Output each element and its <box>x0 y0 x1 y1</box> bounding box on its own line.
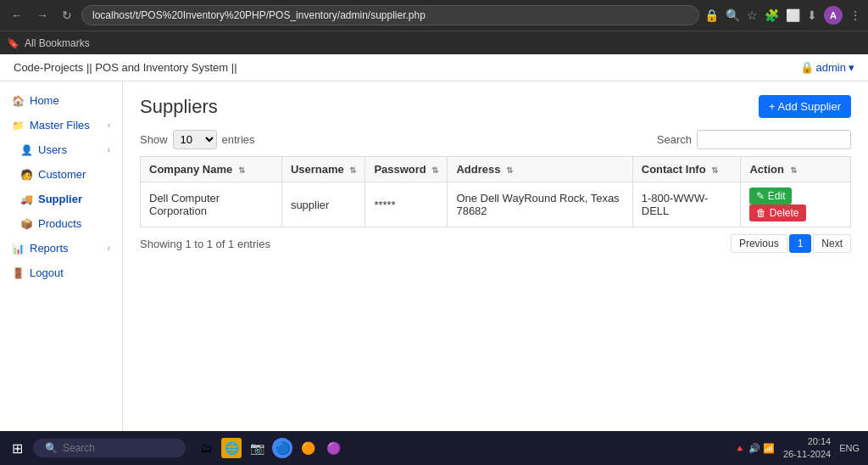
reload-button[interactable]: ↻ <box>58 7 76 24</box>
products-icon: 📦 <box>20 218 33 230</box>
col-company-name[interactable]: Company Name ⇅ <box>141 157 282 182</box>
sidebar-label-reports: Reports <box>30 242 69 255</box>
taskbar-app-firefox[interactable]: 🟠 <box>298 438 318 445</box>
cell-address: One Dell WayRound Rock, Texas 78682 <box>448 182 632 227</box>
taskbar-right: 🔺 🔊 📶 20:14 26-11-2024 ENG <box>734 435 860 445</box>
site-title: Code-Projects || POS and Inventory Syste… <box>14 61 237 74</box>
customer-icon: 🧑 <box>20 169 33 181</box>
sidebar-label-customer: Customer <box>38 168 86 181</box>
sidebar-item-logout[interactable]: 🚪 Logout <box>0 261 122 285</box>
sort-icon-username: ⇅ <box>349 165 356 175</box>
sidebar-item-supplier[interactable]: 🚚 Supplier <box>0 187 122 211</box>
sidebar-label-home: Home <box>30 94 59 107</box>
account-icon[interactable]: ⬜ <box>786 8 800 22</box>
lock-icon: 🔒 <box>704 8 719 22</box>
search-box: Search <box>657 130 851 149</box>
sort-icon-address: ⇅ <box>506 165 513 175</box>
col-address[interactable]: Address ⇅ <box>448 157 632 182</box>
sidebar-item-reports[interactable]: 📊 Reports ‹ <box>0 236 122 261</box>
search-label: Search <box>657 133 692 146</box>
page-title: Suppliers <box>140 96 218 118</box>
taskbar: ⊞ 🔍 🗂 🌐 📷 🔵 🟠 🟣 🔺 🔊 📶 20:14 26-11-2024 E… <box>0 431 868 445</box>
browser-chrome: ← → ↻ 🔒 🔍 ☆ 🧩 ⬜ ⬇ A ⋮ <box>0 0 868 31</box>
edit-button[interactable]: ✎ Edit <box>749 188 792 204</box>
download-icon[interactable]: ⬇ <box>807 8 817 22</box>
supplier-icon: 🚚 <box>20 193 33 205</box>
taskbar-app-files[interactable]: 🗂 <box>196 438 216 445</box>
menu-icon[interactable]: ⋮ <box>849 8 861 22</box>
taskbar-app-chrome[interactable]: 🔵 <box>272 438 292 445</box>
sidebar-item-customer[interactable]: 🧑 Customer <box>0 162 122 187</box>
col-action[interactable]: Action ⇅ <box>741 157 851 182</box>
sidebar-item-products[interactable]: 📦 Products <box>0 211 122 236</box>
sidebar-item-users[interactable]: 👤 Users ‹ <box>0 137 122 162</box>
sort-icon-company: ⇅ <box>238 165 245 175</box>
sidebar-label-products: Products <box>38 217 81 230</box>
top-bar: Code-Projects || POS and Inventory Syste… <box>0 54 868 81</box>
table-controls: Show 10 25 50 100 entries Search <box>140 130 851 149</box>
taskbar-time: 20:14 26-11-2024 <box>783 435 831 445</box>
table-row: Dell Computer Corporation supplier *****… <box>141 182 851 227</box>
cell-username: supplier <box>281 182 365 227</box>
browser-icons: 🔒 🔍 ☆ 🧩 ⬜ ⬇ A ⋮ <box>704 6 861 25</box>
cell-contact-info: 1-800-WWW-DELL <box>632 182 741 227</box>
bookmarks-label: All Bookmarks <box>25 37 90 49</box>
col-username[interactable]: Username ⇅ <box>281 157 365 182</box>
star-icon[interactable]: ☆ <box>747 8 758 22</box>
main-layout: 🏠 Home 📁 Master Files ‹ 👤 Users ‹ 🧑 Cust… <box>0 81 868 438</box>
show-entries: Show 10 25 50 100 entries <box>140 130 255 149</box>
sidebar-item-home[interactable]: 🏠 Home <box>0 88 122 113</box>
sidebar-label-master-files: Master Files <box>30 119 90 132</box>
lang-indicator: ENG <box>839 443 860 445</box>
bookmarks-bar: 🔖 All Bookmarks <box>0 31 868 54</box>
delete-button[interactable]: 🗑 Delete <box>749 204 805 221</box>
url-bar[interactable] <box>81 5 699 25</box>
taskbar-search-area[interactable]: 🔍 <box>33 439 186 445</box>
chevron-icon: ‹ <box>108 120 110 130</box>
cell-company-name: Dell Computer Corporation <box>141 182 282 227</box>
entries-suffix: entries <box>222 133 255 146</box>
sort-icon-password: ⇅ <box>431 165 438 175</box>
sidebar-item-master-files[interactable]: 📁 Master Files ‹ <box>0 113 122 137</box>
admin-button[interactable]: 🔒 admin ▾ <box>800 61 854 74</box>
user-icon: 👤 <box>20 144 33 156</box>
home-icon: 🏠 <box>12 95 25 107</box>
page-wrapper: Code-Projects || POS and Inventory Syste… <box>0 54 868 445</box>
chevron-icon-users: ‹ <box>108 145 110 154</box>
entries-select[interactable]: 10 25 50 100 <box>173 130 217 149</box>
taskbar-search-input[interactable] <box>63 442 173 445</box>
content-area: Suppliers + Add Supplier Show 10 25 50 1… <box>123 81 868 438</box>
taskbar-app-browser[interactable]: 🌐 <box>221 438 242 445</box>
search-input[interactable] <box>697 130 851 149</box>
forward-button[interactable]: → <box>32 7 53 24</box>
sort-icon-contact: ⇅ <box>711 165 718 175</box>
system-tray-icons: 🔺 🔊 📶 <box>734 443 775 445</box>
showing-text: Showing 1 to 1 of 1 entries <box>140 238 270 250</box>
page-1-button[interactable]: 1 <box>789 234 812 253</box>
table-header-row: Company Name ⇅ Username ⇅ Password ⇅ A <box>141 157 851 182</box>
chevron-icon-reports: ‹ <box>108 244 110 253</box>
taskbar-app-extra[interactable]: 🟣 <box>323 438 343 445</box>
taskbar-search-icon: 🔍 <box>45 442 58 445</box>
add-supplier-button[interactable]: + Add Supplier <box>759 95 851 118</box>
taskbar-app-camera[interactable]: 📷 <box>247 438 267 445</box>
search-icon: 🔍 <box>726 8 740 22</box>
next-button[interactable]: Next <box>813 234 851 253</box>
reports-icon: 📊 <box>12 243 25 255</box>
start-button[interactable]: ⊞ <box>8 439 26 445</box>
taskbar-apps: 🗂 🌐 📷 🔵 🟠 🟣 <box>196 438 343 445</box>
col-password[interactable]: Password ⇅ <box>365 157 448 182</box>
col-contact-info[interactable]: Contact Info ⇅ <box>632 157 741 182</box>
table-footer: Showing 1 to 1 of 1 entries Previous 1 N… <box>140 234 851 253</box>
back-button[interactable]: ← <box>7 7 27 24</box>
suppliers-table: Company Name ⇅ Username ⇅ Password ⇅ A <box>140 156 851 227</box>
browser-avatar[interactable]: A <box>824 6 843 25</box>
previous-button[interactable]: Previous <box>731 234 787 253</box>
cell-password: ***** <box>365 182 448 227</box>
logout-icon: 🚪 <box>12 267 25 279</box>
extensions-icon[interactable]: 🧩 <box>765 8 779 22</box>
folder-icon: 📁 <box>12 120 25 132</box>
pagination: Previous 1 Next <box>731 234 851 253</box>
sort-icon-action: ⇅ <box>790 165 797 175</box>
cell-action: ✎ Edit 🗑 Delete <box>741 182 851 227</box>
